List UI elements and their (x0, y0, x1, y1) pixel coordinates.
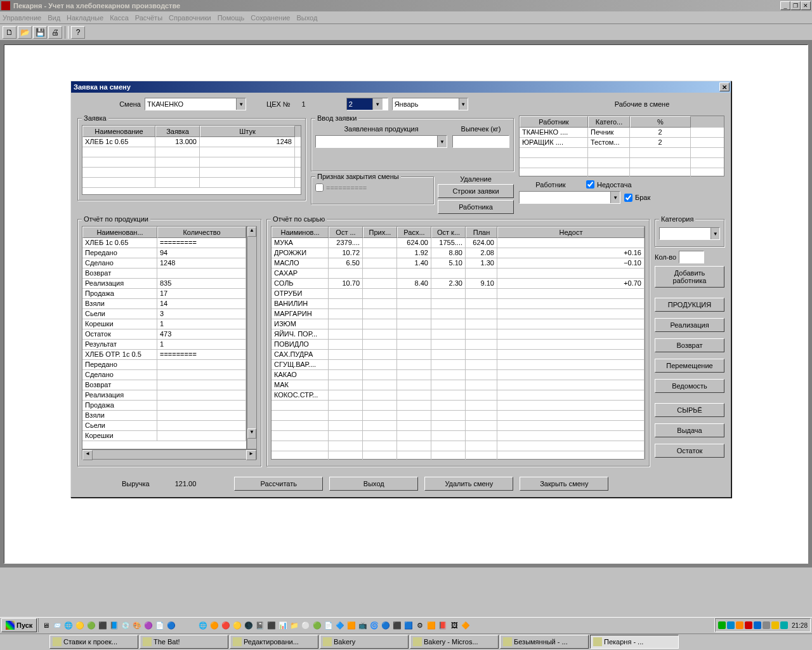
start-button[interactable]: Пуск (1, 618, 37, 632)
realization-button[interactable]: Реализация (655, 318, 724, 332)
chevron-down-icon[interactable]: ▼ (437, 136, 447, 147)
table-row[interactable]: ЯЙИЧ. ПОР... (272, 329, 645, 340)
table-row[interactable]: Корешки1 (82, 319, 246, 329)
table-row[interactable]: ХЛЕБ 1c 0.65========= (82, 238, 246, 248)
print-icon[interactable]: 🖨 (48, 26, 62, 39)
table-row[interactable] (520, 158, 724, 168)
issue-button[interactable]: Выдача (655, 423, 724, 437)
menu-item[interactable]: Управление (3, 14, 41, 22)
table-row[interactable]: Корешки (82, 431, 246, 441)
remainder-button[interactable]: Остаток (655, 444, 724, 458)
table-row[interactable]: Продажа (82, 401, 246, 411)
table-row[interactable] (82, 147, 301, 157)
col-header[interactable]: Прих... (363, 227, 397, 238)
table-row[interactable]: ДРОЖЖИ10.721.928.802.08+0.16 (272, 248, 645, 258)
table-row[interactable]: ПОВИДЛО (272, 340, 645, 350)
day-combo[interactable]: ▼ (346, 98, 388, 110)
table-row[interactable]: Передано (82, 360, 246, 370)
table-row[interactable]: Сделано (82, 370, 246, 380)
table-row[interactable]: ОТРУБИ (272, 289, 645, 299)
table-row[interactable]: Передано94 (82, 248, 246, 258)
table-row[interactable] (82, 157, 301, 168)
table-row[interactable]: ТКАЧЕНКО ....Печник2 (520, 128, 724, 138)
table-row[interactable]: ЮРАЩИК ....Тестом...2 (520, 138, 724, 148)
close-shift-button[interactable]: Закрыть смену (520, 477, 608, 491)
taskbar-task[interactable]: The Bat! (140, 635, 228, 649)
table-row[interactable] (82, 168, 301, 178)
col-header[interactable]: Штук (200, 126, 295, 137)
table-row[interactable]: Сьели (82, 421, 246, 431)
table-row[interactable]: ВАНИЛИН (272, 299, 645, 309)
product-report-table[interactable]: Наименован... Количество ХЛЕБ 1c 0.65===… (82, 226, 247, 449)
category-combo[interactable]: ▼ (659, 227, 720, 240)
help-icon[interactable]: ? (71, 26, 85, 39)
table-row[interactable]: ХЛЕБ 1c 0.6513.0001248 (82, 137, 301, 147)
delete-rows-button[interactable]: Строки заявки (438, 184, 514, 198)
col-header[interactable]: Наиминов... (272, 227, 329, 238)
new-icon[interactable]: 🗋 (3, 26, 16, 39)
table-row[interactable] (272, 441, 645, 451)
category-input[interactable] (660, 228, 710, 239)
statement-button[interactable]: Ведомость (655, 379, 724, 393)
close-button[interactable]: ✕ (801, 1, 811, 10)
table-row[interactable] (272, 451, 645, 461)
table-row[interactable] (82, 178, 301, 188)
request-table[interactable]: Наименование Заявка Штук ХЛЕБ 1c 0.6513.… (82, 125, 301, 195)
taskbar-task[interactable]: Редактировани... (230, 635, 318, 649)
table-row[interactable]: МАСЛО6.501.405.101.30−0.10 (272, 258, 645, 269)
table-row[interactable]: Сделано1248 (82, 258, 246, 269)
menu-item[interactable]: Справочники (169, 14, 211, 22)
table-row[interactable]: Возврат (82, 380, 246, 390)
save-icon[interactable]: 💾 (33, 26, 47, 39)
delete-worker-button[interactable]: Работника (438, 200, 514, 214)
chevron-down-icon[interactable]: ▼ (710, 228, 719, 239)
table-row[interactable]: МАК (272, 380, 645, 390)
table-row[interactable]: МАРГАРИН (272, 309, 645, 319)
menu-item[interactable]: Выход (296, 14, 317, 22)
table-row[interactable]: Возврат (82, 269, 246, 279)
chevron-down-icon[interactable]: ▼ (459, 98, 468, 110)
raw-button[interactable]: СЫРЬЁ (655, 403, 724, 417)
month-combo[interactable]: ▼ (392, 98, 468, 110)
taskbar-task[interactable]: Безымянный - ... (500, 635, 589, 649)
raw-report-table[interactable]: Наиминов... Ост ... Прих... Расх... Ост … (271, 226, 645, 460)
taskbar-task[interactable]: Пекарня - ... (590, 635, 679, 649)
day-input[interactable] (347, 98, 372, 110)
workers-table[interactable]: Работник Катего... % ТКАЧЕНКО ....Печник… (519, 116, 724, 176)
col-header[interactable]: Ост ... (329, 227, 363, 238)
open-icon[interactable]: 📂 (18, 26, 32, 39)
close-flag-checkbox[interactable]: ========== (315, 183, 367, 192)
table-row[interactable] (272, 401, 645, 411)
delete-shift-button[interactable]: Удалить смену (424, 477, 513, 491)
col-header[interactable]: % (630, 116, 691, 128)
col-header[interactable]: Недост (497, 227, 645, 238)
menu-item[interactable]: Накладные (67, 14, 103, 22)
table-row[interactable]: САХ.ПУДРА (272, 350, 645, 360)
col-header[interactable]: Работник (520, 116, 588, 128)
table-row[interactable] (520, 148, 724, 158)
shift-input[interactable] (145, 98, 236, 110)
add-worker-button[interactable]: Добавить работника (655, 266, 724, 288)
move-button[interactable]: Перемещение (655, 359, 724, 373)
child-titlebar[interactable]: Заявка на смену ✕ (71, 81, 731, 93)
calculate-button[interactable]: Рассчитать (234, 477, 323, 491)
table-row[interactable]: ХЛЕБ ОТР. 1c 0.5========= (82, 350, 246, 360)
taskbar-task[interactable]: Ставки к проек... (49, 635, 138, 649)
table-row[interactable] (272, 431, 645, 441)
col-header[interactable]: План (466, 227, 497, 238)
table-row[interactable]: Взяли (82, 411, 246, 421)
table-row[interactable]: Реализация835 (82, 279, 246, 289)
table-row[interactable]: Продажа17 (82, 289, 246, 299)
close-flag-input[interactable] (315, 183, 324, 192)
table-row[interactable] (272, 411, 645, 421)
table-row[interactable]: Сьели3 (82, 309, 246, 319)
table-row[interactable]: Реализация (82, 390, 246, 401)
table-row[interactable]: МУКА2379....624.001755....624.00 (272, 238, 645, 248)
table-row[interactable]: Взяли14 (82, 299, 246, 309)
taskbar-task[interactable]: Bakery (320, 635, 409, 649)
menu-item[interactable]: Вид (48, 14, 60, 22)
menu-item[interactable]: Помощь (218, 14, 245, 22)
table-row[interactable]: КАКАО (272, 370, 645, 380)
col-header[interactable]: Ост к... (431, 227, 466, 238)
table-row[interactable]: СГУЩ.ВАР.... (272, 360, 645, 370)
